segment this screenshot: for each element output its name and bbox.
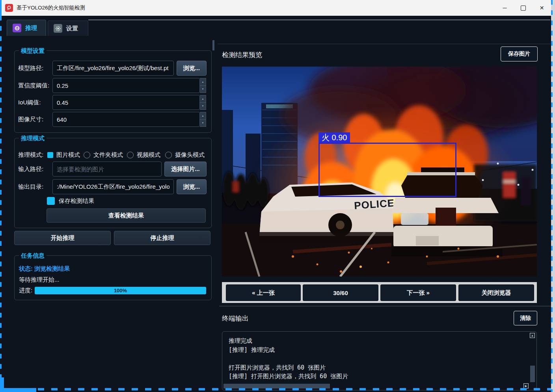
target-icon — [13, 24, 21, 32]
radio-indicator — [127, 152, 134, 158]
group-model-settings-legend: 模型设置 — [19, 47, 47, 55]
terminal-title: 终端输出 — [222, 314, 249, 323]
checkbox-checked-icon[interactable] — [47, 197, 55, 205]
scroll-up-icon[interactable]: ▲ — [530, 333, 535, 338]
select-image-button[interactable]: 选择图片... — [164, 162, 207, 176]
prev-image-button[interactable]: « 上一张 — [226, 284, 301, 301]
output-dir-input[interactable] — [52, 179, 174, 194]
view-results-button[interactable]: 查看检测结果 — [47, 208, 206, 223]
iou-label: IoU阈值: — [18, 95, 41, 110]
radio-selected-indicator — [47, 152, 53, 158]
image-browser-navbar: « 上一张 30/60 下一张 » 关闭浏览器 — [222, 282, 537, 303]
output-dir-browse-button[interactable]: 浏览... — [177, 179, 207, 194]
terminal-vscrollbar[interactable]: ▲ — [530, 333, 535, 382]
window-title: 基于YOLO26的火焰智能检测 — [17, 4, 85, 11]
confidence-spinner[interactable]: ▲▼ — [200, 78, 206, 93]
app-window: 基于YOLO26的火焰智能检测 ─ ✕ 推理 — [0, 0, 555, 392]
radio-indicator — [165, 152, 172, 158]
selection-dash-right — [551, 0, 553, 392]
selection-dash-left — [0, 16, 2, 377]
confidence-input[interactable] — [52, 78, 200, 93]
start-inference-button[interactable]: 开始推理 — [14, 231, 111, 245]
confidence-label: 置信度阈值: — [18, 78, 49, 93]
save-results-checkbox-row[interactable]: 保存检测结果 — [47, 197, 94, 205]
waiting-text: 等待推理开始... — [19, 276, 60, 284]
status-text: 状态: 浏览检测结果 — [19, 265, 70, 273]
iou-input[interactable] — [52, 95, 200, 110]
imgsize-label: 图像尺寸: — [18, 112, 43, 127]
selection-dash-bottom — [38, 388, 551, 390]
output-dir-label: 输出目录: — [18, 179, 43, 194]
group-task-info-legend: 任务信息 — [19, 252, 47, 260]
input-path-label: 输入路径: — [18, 162, 43, 176]
input-path-input[interactable] — [52, 162, 162, 176]
mode-row-label: 推理模式: — [18, 148, 43, 162]
maximize-button[interactable] — [514, 0, 533, 16]
app-icon — [5, 4, 13, 12]
model-path-browse-button[interactable]: 浏览... — [177, 61, 207, 76]
close-button[interactable]: ✕ — [533, 0, 551, 16]
terminal-output[interactable]: 推理完成 [推理] 推理完成 打开图片浏览器，共找到 60 张图片 [推理] 打… — [222, 331, 537, 390]
radio-folder-mode[interactable]: 文件夹模式 — [84, 148, 123, 162]
minimize-button[interactable]: ─ — [495, 0, 514, 16]
titlebar: 基于YOLO26的火焰智能检测 ─ ✕ — [0, 0, 555, 16]
model-path-label: 模型路径: — [18, 61, 43, 76]
section-divider — [219, 306, 552, 307]
save-results-label: 保存检测结果 — [59, 197, 94, 205]
model-path-input[interactable] — [52, 61, 174, 76]
panel-splitter-handle[interactable] — [212, 40, 214, 50]
radio-camera-mode[interactable]: 摄像头模式 — [165, 148, 205, 162]
tab-pane-border — [88, 20, 550, 20]
save-image-button[interactable]: 保存图片 — [501, 46, 538, 61]
progress-label: 进度: — [19, 287, 32, 294]
group-inference-mode-legend: 推理模式 — [19, 135, 47, 142]
preview-title: 检测结果预览 — [222, 50, 262, 59]
tab-inference-label: 推理 — [25, 24, 37, 32]
detection-bbox — [318, 143, 456, 197]
imgsize-spinner[interactable]: ▲▼ — [200, 112, 206, 127]
radio-video-mode[interactable]: 视频模式 — [127, 148, 160, 162]
radio-indicator — [84, 152, 90, 158]
tab-settings[interactable]: 设置 — [48, 20, 88, 36]
progress-bar: 100% — [35, 287, 206, 294]
next-image-button[interactable]: 下一张 » — [380, 284, 456, 301]
maximize-icon — [521, 6, 526, 11]
vscroll-thumb[interactable] — [530, 366, 535, 382]
right-panel-border — [218, 44, 551, 44]
detection-label: 火 0.90 — [318, 132, 350, 143]
stop-inference-button[interactable]: 停止推理 — [114, 231, 210, 245]
tab-settings-label: 设置 — [66, 25, 78, 32]
terminal-text: 推理完成 [推理] 推理完成 打开图片浏览器，共找到 60 张图片 [推理] 打… — [229, 336, 525, 381]
selection-mark-topleft — [0, 0, 2, 16]
tab-inference[interactable]: 推理 — [7, 20, 46, 36]
iou-spinner[interactable]: ▲▼ — [200, 95, 206, 110]
clear-terminal-button[interactable]: 清除 — [514, 311, 537, 325]
close-browser-button[interactable]: 关闭浏览器 — [458, 284, 534, 301]
image-counter: 30/60 — [303, 284, 378, 301]
imgsize-input[interactable] — [52, 112, 200, 127]
radio-image-mode[interactable]: 图片模式 — [47, 148, 80, 162]
detection-preview-image: POLICE — [222, 67, 537, 277]
gear-icon — [54, 24, 62, 33]
selection-mark-bottomleft-h — [0, 388, 36, 392]
